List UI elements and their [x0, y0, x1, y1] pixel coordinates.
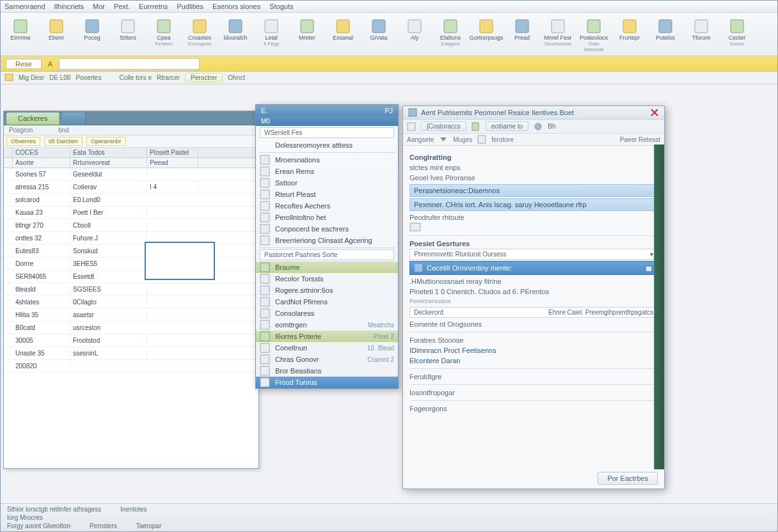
- cell[interactable]: Cotierav: [70, 184, 147, 191]
- table-row[interactable]: onttes 32Fuhsre.J: [4, 232, 258, 245]
- panel-link[interactable]: Feruldtgre ▸: [409, 372, 658, 382]
- doc-icon[interactable]: [472, 122, 480, 131]
- tool-label[interactable]: Aangsete: [407, 136, 434, 143]
- cell[interactable]: 4shlates: [13, 299, 70, 306]
- tool-label[interactable]: Ohnct: [228, 74, 245, 81]
- toolbar-tab[interactable]: eotiiarne to: [486, 121, 528, 131]
- menu-item[interactable]: Frood Tunrus: [256, 377, 398, 388]
- ribbon-button[interactable]: Eirrmne: [3, 17, 38, 54]
- menu-item[interactable]: Sarnenraend: [4, 3, 45, 10]
- panel-link[interactable]: .HMuttionossnaet reray fitrine: [409, 276, 658, 286]
- cell[interactable]: Soones 57: [13, 171, 70, 178]
- menu-item[interactable]: Breerrieriong Clinsast Agcering: [256, 235, 398, 246]
- cell[interactable]: Kauaa 23: [13, 209, 70, 216]
- menu-subfield[interactable]: WSenlelt Fes: [260, 127, 394, 138]
- ribbon-button[interactable]: Mnrel FesrSbontotnow: [541, 17, 575, 54]
- cell[interactable]: Sonskud: [70, 247, 147, 254]
- book-icon[interactable]: [407, 122, 416, 131]
- menu-item[interactable]: Bror Beastians: [256, 365, 398, 377]
- tool-label[interactable]: Rtrarcer: [157, 74, 180, 81]
- dropdown-field[interactable]: Phrenmovettc Rlunlurat Oursess▾: [409, 249, 658, 260]
- ribbon-button[interactable]: PosteolocsToah Intemnal: [576, 17, 611, 54]
- ribbon-button[interactable]: Aly: [397, 17, 432, 54]
- cell[interactable]: 30005: [13, 337, 70, 344]
- menu-item[interactable]: Braume: [256, 262, 398, 273]
- tool-label[interactable]: Pooertes: [75, 74, 101, 81]
- cell[interactable]: Essetdt: [70, 273, 147, 280]
- menu-item[interactable]: Dolessreomoyrex atttess: [256, 139, 398, 151]
- gear-icon[interactable]: [534, 122, 543, 131]
- panel-link[interactable]: Povertzersostos: [409, 297, 658, 306]
- table-row[interactable]: solcarodE0.Lond0: [4, 194, 258, 207]
- tool-label[interactable]: Muges: [453, 136, 472, 143]
- ribbon-button[interactable]: Exsanal: [326, 17, 360, 54]
- tool-label[interactable]: Paeer Retesst: [620, 136, 660, 143]
- menu-item[interactable]: Esenors siones: [212, 3, 260, 10]
- menu-item[interactable]: Erean Rems: [256, 166, 398, 177]
- ribbon-button[interactable]: Mreter: [290, 17, 324, 54]
- cell[interactable]: solcarod: [13, 196, 70, 203]
- panel-link[interactable]: Peodrufer rhtoute: [409, 212, 658, 223]
- filter-cell[interactable]: 05 Darctien: [44, 137, 83, 146]
- table-row[interactable]: SER84065Essetdt: [4, 270, 258, 283]
- ribbon-button[interactable]: Poceg: [75, 17, 109, 54]
- ribbon-button[interactable]: ldooralch: [218, 17, 253, 54]
- col-head[interactable]: [4, 148, 13, 157]
- tool-label[interactable]: DE L08: [49, 74, 70, 81]
- ribbon-button[interactable]: CecterEsons: [720, 17, 754, 54]
- panel-link[interactable]: Fogeorgons ▸: [409, 403, 658, 414]
- apply-button[interactable]: Por Eactrbes: [598, 472, 658, 485]
- table-row[interactable]: Soones 57Geseeldut: [4, 168, 258, 181]
- menu-item[interactable]: I6orres PoteriePhret 2: [256, 331, 398, 342]
- table-row[interactable]: 200820: [4, 360, 258, 373]
- panel-link[interactable]: Geoel Ives Piroranse: [409, 173, 658, 183]
- cell[interactable]: E0.Lond0: [70, 196, 147, 203]
- table-row[interactable]: Dorrre3EHES5: [4, 258, 258, 270]
- cell[interactable]: onttes 32: [13, 235, 70, 242]
- table-row[interactable]: Unaste 35ssesninL: [4, 347, 258, 360]
- col-head[interactable]: COCES: [13, 148, 70, 157]
- table-row[interactable]: tlteasldSGSIEES: [4, 283, 258, 296]
- panel-link[interactable]: Foratres Stoonse: [409, 335, 658, 345]
- menu-item[interactable]: Mroersnations: [256, 154, 398, 166]
- table-row[interactable]: atressa 215CotieravI 4: [4, 181, 258, 194]
- table-row[interactable]: Eutes83Sonskud: [4, 245, 258, 258]
- cell[interactable]: Unaste 35: [13, 350, 70, 357]
- table-row[interactable]: 4shlates0Cilagto: [4, 296, 258, 309]
- cell[interactable]: Dorrre: [13, 260, 70, 267]
- cell[interactable]: Cbsoll: [70, 222, 147, 229]
- menu-item[interactable]: Conpocerd be eachrers: [256, 223, 398, 235]
- menu-item[interactable]: Mor: [93, 3, 105, 10]
- menu-item[interactable]: Rteurt Pleast: [256, 189, 398, 200]
- ribbon-button[interactable]: S0ters: [111, 17, 145, 54]
- panel-link[interactable]: Eomente nt Orogsones: [409, 319, 658, 329]
- menu-item[interactable]: Rogere.srtninr:6os: [256, 285, 398, 296]
- field[interactable]: DeckerordEhnre Caiel. Preemgihprentfrpsg…: [409, 307, 658, 318]
- table-row[interactable]: Kauaa 23Poett I Ber: [4, 207, 258, 219]
- ribbon-button[interactable]: Letal4 Pegy: [254, 17, 289, 54]
- table-row[interactable]: 30005Frootstod: [4, 334, 258, 347]
- menu-item[interactable]: Stoguts: [269, 3, 293, 10]
- panel-band-selected[interactable]: Cecetilt Ormnentiny mente:: [409, 261, 658, 275]
- formula-input[interactable]: [59, 58, 200, 70]
- cell[interactable]: Frootstod: [70, 337, 147, 344]
- menu-item[interactable]: Recoftes Aechers: [256, 200, 398, 212]
- filter-cell[interactable]: Operansnbr: [86, 137, 126, 146]
- ribbon-button[interactable]: Frortepr: [612, 17, 647, 54]
- cell[interactable]: 3EHES5: [70, 260, 147, 267]
- table-row[interactable]: titlngr 270Cbsoll: [4, 219, 258, 232]
- cell[interactable]: ssesninL: [70, 350, 147, 357]
- ribbon-button[interactable]: CroaxtesEtrongese: [182, 17, 217, 54]
- cell[interactable]: atressa 215: [13, 184, 70, 191]
- ribbon-button[interactable]: CpeaFerteen: [147, 17, 181, 54]
- col-head[interactable]: Plosett Pastel: [147, 148, 198, 157]
- menu-item[interactable]: Ssttoor: [256, 177, 398, 189]
- name-box[interactable]: Rese: [6, 59, 42, 69]
- cell[interactable]: asaetsr: [70, 311, 147, 318]
- col-head[interactable]: Eata Todos: [70, 148, 147, 157]
- menu-item[interactable]: Coneltnun10. Blead: [256, 342, 398, 354]
- filter-cell[interactable]: Obvernes: [6, 137, 40, 146]
- ribbon-button[interactable]: Pread: [505, 17, 539, 54]
- cell[interactable]: Geseeldut: [70, 171, 147, 178]
- cell[interactable]: 0Cilagto: [70, 299, 147, 306]
